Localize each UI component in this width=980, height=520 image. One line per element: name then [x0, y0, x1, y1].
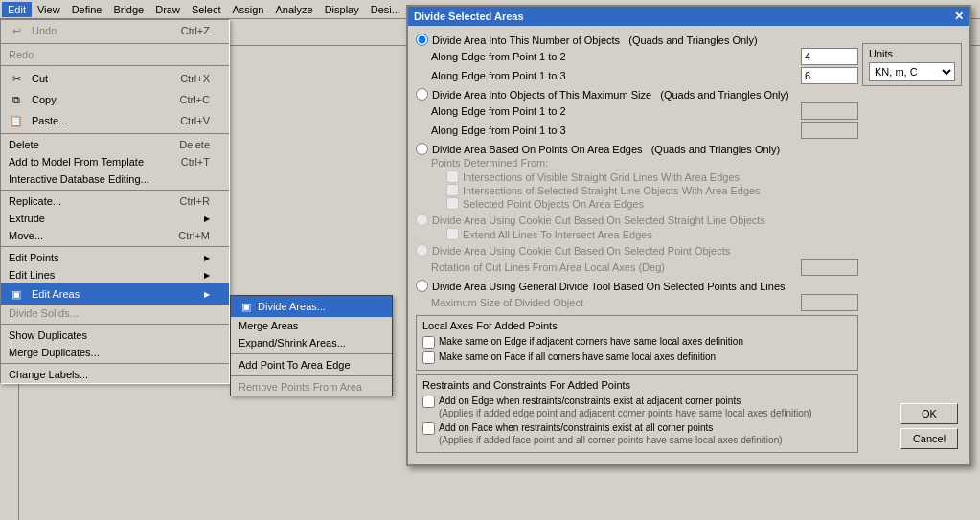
submenu-add-point[interactable]: Add Point To Area Edge: [231, 356, 392, 373]
option3-radio-input[interactable]: [416, 143, 428, 155]
menu-item-delete[interactable]: Delete Delete: [1, 136, 229, 153]
option-divide-edges: Divide Area Based On Points On Area Edge…: [416, 143, 858, 210]
menu-item-paste[interactable]: 📋Paste... Ctrl+V: [1, 110, 229, 131]
menu-select[interactable]: Select: [186, 2, 227, 17]
menu-assign[interactable]: Assign: [226, 2, 269, 17]
field-edge-1-2-label: Along Edge from Point 1 to 2: [431, 51, 795, 62]
menu-draw[interactable]: Draw: [149, 2, 186, 17]
opt3-item3: Selected Point Objects On Area Edges: [446, 197, 858, 210]
menu-desi[interactable]: Desi...: [365, 2, 406, 17]
local-axes-cb2[interactable]: [422, 351, 435, 364]
paste-icon: 📋: [9, 113, 24, 128]
menu-item-move[interactable]: Move... Ctrl+M: [1, 227, 229, 244]
divide-selected-areas-dialog: Divide Selected Areas ✕ Divide Area Into…: [406, 5, 971, 466]
copy-shortcut: Ctrl+C: [180, 94, 210, 105]
menu-view[interactable]: View: [32, 2, 66, 17]
field-rotation: Rotation of Cut Lines From Area Local Ax…: [431, 259, 858, 276]
dialog-titlebar: Divide Selected Areas ✕: [408, 7, 969, 26]
field-edge-1-2-max-label: Along Edge from Point 1 to 2: [431, 105, 795, 117]
field-max-size-input[interactable]: [801, 294, 858, 311]
menu-item-divide-solids[interactable]: Divide Solids...: [1, 305, 229, 322]
edit-dropdown-menu: ↩Undo Ctrl+Z Redo ✂Cut Ctrl+X ⧉Copy Ctrl…: [0, 19, 230, 384]
option-general-divide: Divide Area Using General Divide Tool Ba…: [416, 280, 858, 311]
edit-points-arrow: ▶: [204, 254, 210, 262]
move-shortcut: Ctrl+M: [178, 230, 210, 241]
menu-item-change-labels[interactable]: Change Labels...: [1, 366, 229, 383]
field-max-size: Maximum Size of Divided Object: [431, 294, 858, 311]
field-edge-1-2-input[interactable]: [801, 48, 858, 65]
divide-areas-icon: ▣: [239, 299, 254, 314]
option1-radio[interactable]: Divide Area Into This Number of Objects …: [416, 34, 858, 46]
local-axes-cb1[interactable]: [422, 336, 435, 349]
sep1: [1, 43, 229, 44]
menu-analyze[interactable]: Analyze: [270, 2, 319, 17]
opt3-cb3[interactable]: [446, 197, 459, 210]
restraints-section: Restraints and Constraints For Added Poi…: [416, 374, 858, 453]
menu-item-add-model[interactable]: Add to Model From Template Ctrl+T: [1, 153, 229, 170]
delete-shortcut: Delete: [179, 139, 210, 150]
menu-item-show-duplicates[interactable]: Show Duplicates: [1, 327, 229, 344]
menu-item-db-editing[interactable]: Interactive Database Editing...: [1, 170, 229, 188]
ok-button[interactable]: OK: [900, 403, 958, 424]
option5-label: Divide Area Using Cookie Cut Based On Se…: [432, 245, 730, 257]
option5-radio-input[interactable]: [416, 244, 428, 257]
units-box: Units KN, m, C KN, mm, C N, m, C: [862, 43, 962, 86]
option6-radio-input[interactable]: [416, 280, 428, 292]
menu-item-merge-duplicates[interactable]: Merge Duplicates...: [1, 344, 229, 361]
field-edge-1-3-max-input[interactable]: [801, 122, 858, 139]
option5-radio[interactable]: Divide Area Using Cookie Cut Based On Se…: [416, 244, 858, 257]
menu-item-extrude[interactable]: Extrude ▶: [1, 210, 229, 227]
dialog-close-button[interactable]: ✕: [954, 10, 964, 23]
option2-radio-input[interactable]: [416, 88, 428, 101]
option1-radio-input[interactable]: [416, 34, 428, 46]
local-axes-title: Local Axes For Added Points: [422, 320, 852, 331]
field-edge-1-3-num: Along Edge from Point 1 to 3: [431, 67, 858, 84]
option3-label: Divide Area Based On Points On Area Edge…: [432, 144, 780, 155]
option3-radio[interactable]: Divide Area Based On Points On Area Edge…: [416, 143, 858, 155]
field-edge-1-3-input[interactable]: [801, 67, 858, 84]
option4-radio-input[interactable]: [416, 214, 428, 226]
option4-sub: Extend All Lines To Intersect Area Edges: [446, 228, 858, 240]
menu-item-replicate[interactable]: Replicate... Ctrl+R: [1, 192, 229, 210]
opt3-cb1[interactable]: [446, 170, 459, 183]
menu-item-undo[interactable]: ↩Undo Ctrl+Z: [1, 20, 229, 41]
restraints-cb2[interactable]: [422, 422, 435, 435]
menu-item-edit-areas[interactable]: ▣Edit Areas ▶: [1, 283, 229, 305]
menu-edit[interactable]: Edit: [2, 2, 32, 17]
option1-label: Divide Area Into This Number of Objects …: [432, 34, 758, 46]
submenu-merge-areas[interactable]: Merge Areas: [231, 317, 392, 334]
local-axes-label1: Make same on Edge if adjacent corners ha…: [439, 335, 743, 348]
menu-item-edit-points[interactable]: Edit Points ▶: [1, 249, 229, 266]
menu-item-edit-lines[interactable]: Edit Lines ▶: [1, 266, 229, 283]
submenu-remove-points[interactable]: Remove Points From Area: [231, 378, 392, 396]
option-divide-maxsize: Divide Area Into Objects of This Maximum…: [416, 88, 858, 139]
submenu-expand-shrink[interactable]: Expand/Shrink Areas...: [231, 334, 392, 351]
menu-bridge[interactable]: Bridge: [107, 2, 149, 17]
option5-fields: Rotation of Cut Lines From Area Local Ax…: [431, 259, 858, 276]
opt4-cb1[interactable]: [446, 228, 459, 240]
restraints-item1: Add on Edge when restraints/constraints …: [422, 395, 852, 419]
field-rotation-input[interactable]: [801, 259, 858, 276]
edit-areas-icon: ▣: [9, 286, 24, 302]
sep4: [1, 190, 229, 191]
field-max-size-label: Maximum Size of Divided Object: [431, 297, 795, 308]
restraints-label1: Add on Edge when restraints/constraints …: [439, 395, 812, 419]
cancel-button[interactable]: Cancel: [900, 428, 958, 449]
menu-item-cut[interactable]: ✂Cut Ctrl+X: [1, 68, 229, 89]
submenu-divide-areas[interactable]: ▣ Divide Areas...: [231, 296, 392, 317]
menu-display[interactable]: Display: [319, 2, 365, 17]
option4-radio[interactable]: Divide Area Using Cookie Cut Based On Se…: [416, 214, 858, 226]
restraints-cb1[interactable]: [422, 396, 435, 408]
opt3-cb2[interactable]: [446, 184, 459, 196]
menu-item-redo[interactable]: Redo: [1, 46, 229, 63]
local-axes-section: Local Axes For Added Points Make same on…: [416, 315, 858, 371]
option2-radio[interactable]: Divide Area Into Objects of This Maximum…: [416, 88, 858, 101]
option2-fields: Along Edge from Point 1 to 2 Along Edge …: [431, 102, 858, 139]
field-edge-1-2-max-input[interactable]: [801, 102, 858, 120]
units-select[interactable]: KN, m, C KN, mm, C N, m, C: [869, 62, 955, 81]
option6-radio[interactable]: Divide Area Using General Divide Tool Ba…: [416, 280, 858, 292]
menu-item-copy[interactable]: ⧉Copy Ctrl+C: [1, 89, 229, 110]
opt3-item1: Intersections of Visible Straight Grid L…: [446, 170, 858, 183]
menu-define[interactable]: Define: [66, 2, 108, 17]
local-axes-item1: Make same on Edge if adjacent corners ha…: [422, 335, 852, 349]
